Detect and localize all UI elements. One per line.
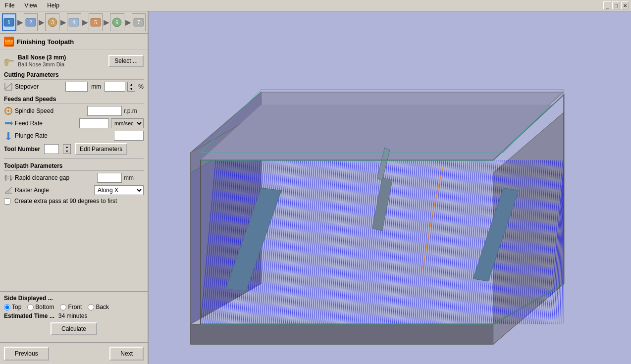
rapid-clearance-row: Rapid clearance gap 2.0 mm <box>4 173 144 183</box>
feed-rate-unit-select[interactable]: mm/sec mm/min in/sec in/min <box>111 118 144 128</box>
bottom-navigation: Previous Next <box>0 342 148 364</box>
svg-marker-63 <box>201 104 554 160</box>
stepover-pct-up[interactable]: ▲ <box>128 82 135 87</box>
svg-text:1: 1 <box>8 20 11 25</box>
spindle-speed-row: Spindle Speed 12000 r.p.m <box>4 106 144 116</box>
rapid-clearance-icon <box>4 173 13 182</box>
svg-text:5: 5 <box>94 20 97 25</box>
stepover-pct-spinner[interactable]: ▲ ▼ <box>127 82 135 92</box>
side-radio-row: Top Bottom Front Back <box>4 304 144 311</box>
spindle-speed-label: Spindle Speed <box>15 107 85 114</box>
step-6-button[interactable]: 6 <box>110 13 124 31</box>
tool-info-row: Ball Nose (3 mm) Ball Nose 3mm Dia Selec… <box>4 54 144 67</box>
svg-point-20 <box>6 59 9 62</box>
svg-text:2: 2 <box>29 20 32 25</box>
tool-number-up[interactable]: ▲ <box>63 145 70 149</box>
next-button[interactable]: Next <box>109 347 144 361</box>
select-tool-button[interactable]: Select ... <box>108 55 144 67</box>
side-bottom-option[interactable]: Bottom <box>27 304 54 311</box>
plunge-rate-input[interactable]: 50.0 <box>114 131 144 141</box>
feed-rate-label: Feed Rate <box>15 120 77 127</box>
step-4-button[interactable]: 4 <box>67 13 81 31</box>
plunge-rate-row: Plunge Rate 50.0 <box>4 131 144 141</box>
step-1-button[interactable]: 1 <box>2 13 16 31</box>
feed-rate-icon <box>4 119 13 128</box>
rapid-clearance-label: Rapid clearance gap <box>15 174 95 181</box>
side-top-option[interactable]: Top <box>4 304 21 311</box>
menu-file[interactable]: File <box>2 1 17 10</box>
feed-rate-input[interactable]: 50.0 <box>79 118 109 128</box>
estimated-time-value: 34 minutes <box>58 312 88 319</box>
raster-angle-select[interactable]: Along X Along Y Custom <box>94 185 144 195</box>
estimated-time-row: Estimated Time ... 34 minutes <box>4 312 144 319</box>
menu-view[interactable]: View <box>21 1 40 10</box>
3d-viewport[interactable]: ⊞ x x z z <box>149 11 631 364</box>
previous-button[interactable]: Previous <box>4 347 49 361</box>
side-front-option[interactable]: Front <box>60 304 82 311</box>
side-top-label: Top <box>12 304 21 311</box>
minimize-button[interactable]: _ <box>603 1 611 9</box>
plunge-rate-icon <box>4 131 13 140</box>
section-title: Finishing Toolpath <box>17 38 74 46</box>
raster-angle-label: Raster Angle <box>15 187 92 194</box>
svg-marker-38 <box>5 175 7 176</box>
side-front-radio[interactable] <box>60 304 66 311</box>
stepover-row: Stepover 1.0 mm 33.3 ▲ ▼ % <box>4 82 144 92</box>
menubar: File View Help _ □ ✕ <box>0 0 631 11</box>
stepover-pct-input[interactable]: 33.3 <box>105 82 125 92</box>
side-bottom-radio[interactable] <box>27 304 34 311</box>
raster-angle-row: Raster Angle Along X Along Y Custom <box>4 185 144 195</box>
step-arrow-1: ▶ <box>17 18 23 26</box>
main-layout: 1 ▶ 2 ▶ 3 ▶ <box>0 11 631 364</box>
svg-text:3: 3 <box>51 20 54 25</box>
menu-help[interactable]: Help <box>44 1 62 10</box>
stepover-pct-down[interactable]: ▼ <box>128 87 135 91</box>
estimated-time-label: Estimated Time ... <box>4 312 54 319</box>
svg-rect-15 <box>5 40 13 42</box>
side-back-radio[interactable] <box>88 304 94 311</box>
step-5-button[interactable]: 5 <box>89 13 103 31</box>
step-arrow-5: ▶ <box>104 18 109 26</box>
svg-marker-39 <box>10 179 12 181</box>
spindle-speed-input[interactable]: 12000 <box>87 106 122 116</box>
side-top-radio[interactable] <box>4 304 10 311</box>
stepover-icon <box>4 82 13 91</box>
step-7-button[interactable]: 7 <box>132 13 146 31</box>
side-front-label: Front <box>68 304 82 311</box>
step-3-button[interactable]: 3 <box>45 13 59 31</box>
tool-sub: Ball Nose 3mm Dia <box>18 61 66 67</box>
stepover-pct-unit: % <box>138 83 144 90</box>
tool-text: Ball Nose (3 mm) Ball Nose 3mm Dia <box>18 54 66 67</box>
edit-parameters-button[interactable]: Edit Parameters <box>75 143 127 155</box>
svg-marker-34 <box>6 138 11 140</box>
raster-angle-icon <box>4 186 13 195</box>
calculate-button[interactable]: Calculate <box>51 322 97 335</box>
svg-text:6: 6 <box>115 20 118 25</box>
step-2-button[interactable]: 2 <box>24 13 38 31</box>
stepover-label: Stepover <box>15 83 63 90</box>
rapid-clearance-input[interactable]: 2.0 <box>97 173 122 183</box>
rapid-clearance-unit: mm <box>124 174 144 181</box>
extra-pass-label: Create extra pass at 90 degrees to first <box>14 198 117 205</box>
tool-number-label: Tool Number <box>4 146 40 153</box>
side-back-label: Back <box>96 304 109 311</box>
finishing-toolpath-icon <box>4 37 14 47</box>
close-button[interactable]: ✕ <box>621 1 629 9</box>
step-toolbar: 1 ▶ 2 ▶ 3 ▶ <box>0 11 148 34</box>
feeds-speeds-label: Feeds and Speeds <box>4 96 144 104</box>
stepover-mm-input[interactable]: 1.0 <box>65 82 88 92</box>
step-arrow-4: ▶ <box>82 18 88 26</box>
svg-text:7: 7 <box>137 20 140 25</box>
tool-number-spinner[interactable]: ▲ ▼ <box>63 144 71 154</box>
tool-icon <box>4 55 15 66</box>
panel-content: Ball Nose (3 mm) Ball Nose 3mm Dia Selec… <box>0 50 148 291</box>
cutting-params-label: Cutting Parameters <box>4 71 144 80</box>
tool-number-input[interactable]: 1 <box>44 144 59 154</box>
tool-number-down[interactable]: ▼ <box>63 149 70 154</box>
side-bottom-label: Bottom <box>35 304 54 311</box>
step-arrow-6: ▶ <box>125 18 131 26</box>
extra-pass-checkbox[interactable] <box>4 198 10 205</box>
toolpath-params-label: Toolpath Parameters <box>4 162 144 171</box>
maximize-button[interactable]: □ <box>612 1 620 9</box>
side-back-option[interactable]: Back <box>88 304 109 311</box>
